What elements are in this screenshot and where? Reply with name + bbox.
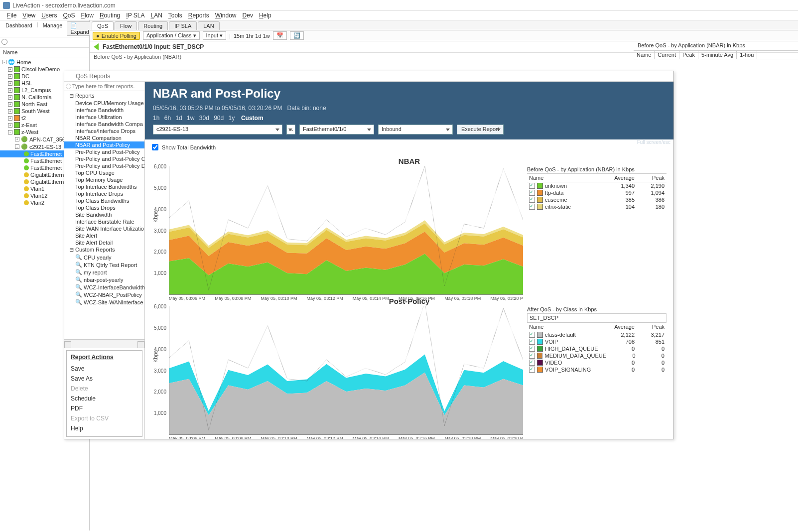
report-item[interactable]: Interface Bandwidth Compa	[64, 121, 144, 128]
device-browse-button[interactable]: ...	[286, 125, 295, 134]
reports-filter-input[interactable]	[64, 82, 144, 91]
home-node[interactable]: Home	[16, 59, 31, 65]
report-item[interactable]: Interface Burstable Rate	[64, 218, 144, 225]
reports-tree[interactable]: ⊟ ReportsDevice CPU/Memory UsageInterfac…	[64, 91, 144, 339]
legend-checkbox[interactable]	[529, 332, 535, 338]
tab-flow[interactable]: Flow	[115, 21, 137, 30]
dashboard-button[interactable]: Dashboard	[2, 21, 36, 36]
tab-qos[interactable]: QoS	[92, 21, 114, 30]
direction-select[interactable]: Inbound	[378, 125, 453, 134]
report-item[interactable]: Pre-Policy and Post-Policy D	[64, 162, 144, 169]
group-node[interactable]: South West	[21, 108, 50, 114]
report-item[interactable]: Device CPU/Memory Usage	[64, 100, 144, 107]
fullscreen-hint[interactable]: Full screen/esc	[637, 139, 670, 145]
report-item[interactable]: Site Alert	[64, 232, 144, 239]
report-item[interactable]: Top Memory Usage	[64, 176, 144, 183]
tab-lan[interactable]: LAN	[198, 21, 219, 30]
manage-button[interactable]: Manage	[39, 21, 66, 36]
menu-routing[interactable]: Routing	[97, 11, 123, 20]
report-item[interactable]: Site WAN Interface Utilizatio	[64, 225, 144, 232]
execute-report-button[interactable]: Execute Report	[457, 125, 504, 134]
reports-filter[interactable]	[64, 82, 144, 91]
interface-node[interactable]: Vlan12	[30, 193, 47, 199]
filter-select[interactable]: Application / Class ▾	[143, 31, 200, 40]
group-node[interactable]: z-West	[21, 129, 38, 135]
custom-root[interactable]: ⊟ Custom Reports	[64, 246, 144, 254]
interface-select[interactable]: FastEthernet0/1/0	[299, 125, 374, 134]
legend-checkbox[interactable]	[529, 190, 535, 196]
legend-row[interactable]: VIDEO00	[527, 359, 666, 366]
range-30d[interactable]: 30d	[199, 115, 209, 122]
legend-row[interactable]: class-default2,1223,217	[527, 331, 666, 338]
legend-checkbox[interactable]	[529, 183, 535, 189]
menu-dev[interactable]: Dev	[240, 11, 256, 20]
custom-report-item[interactable]: 🔍CPU yearly	[64, 254, 144, 261]
group-node[interactable]: z-East	[21, 122, 37, 128]
report-item[interactable]: NBAR and Post-Policy	[64, 141, 144, 148]
search-input[interactable]	[0, 37, 89, 47]
reports-root[interactable]: ⊟ Reports	[64, 92, 144, 100]
legend-row[interactable]: cuseeme385386	[527, 196, 666, 203]
menu-file[interactable]: File	[4, 11, 19, 20]
legend-row[interactable]: HIGH_DATA_QUEUE00	[527, 345, 666, 352]
left-search[interactable]	[0, 37, 89, 48]
group-node[interactable]: CiscoLiveDemo	[21, 66, 60, 72]
report-item[interactable]: Top Interface Bandwidths	[64, 183, 144, 190]
tab-ipsla[interactable]: IP SLA	[169, 21, 197, 30]
legend-checkbox[interactable]	[529, 367, 535, 373]
range-1d[interactable]: 1d	[175, 115, 182, 122]
menu-users[interactable]: Users	[38, 11, 60, 20]
interface-node[interactable]: Vlan2	[30, 200, 44, 206]
sidebar-scrollbar[interactable]	[64, 339, 144, 348]
report-item[interactable]: Site Bandwidth	[64, 211, 144, 218]
back-arrow-icon[interactable]	[94, 43, 99, 50]
action-schedule[interactable]: Schedule	[71, 394, 138, 403]
report-item[interactable]: Site Alert Detail	[64, 239, 144, 246]
legend-row[interactable]: citrix-static104180	[527, 203, 666, 210]
custom-report-item[interactable]: 🔍KTN Qtrly Test Report	[64, 261, 144, 268]
legend-row[interactable]: VOIP708851	[527, 338, 666, 345]
custom-report-item[interactable]: 🔍WCZ-NBAR_PostPolicy	[64, 291, 144, 298]
interface-node[interactable]: GigabitEthern	[30, 179, 64, 185]
range-1y[interactable]: 1y	[229, 115, 235, 122]
group-node[interactable]: L2_Campus	[21, 87, 51, 93]
menu-view[interactable]: View	[19, 11, 38, 20]
custom-report-item[interactable]: 🔍my report	[64, 268, 144, 276]
report-item[interactable]: Top Interface Drops	[64, 190, 144, 197]
action-save[interactable]: Save	[71, 364, 138, 374]
range-buttons[interactable]: 15m 1hr 1d 1w	[234, 33, 270, 39]
legend-checkbox[interactable]	[529, 204, 535, 210]
action-help[interactable]: Help	[71, 423, 138, 433]
menu-help[interactable]: Help	[256, 11, 274, 20]
report-item[interactable]: Pre-Policy and Post-Policy C	[64, 155, 144, 162]
report-item[interactable]: Top CPU Usage	[64, 169, 144, 176]
group-node[interactable]: t2	[21, 115, 26, 121]
interface-node[interactable]: FastEthernet	[30, 151, 62, 157]
menu-qos[interactable]: QoS	[60, 11, 78, 20]
legend-checkbox[interactable]	[529, 353, 535, 359]
report-item[interactable]: Top Class Drops	[64, 204, 144, 211]
action-pdf[interactable]: PDF	[71, 403, 138, 413]
range-1w[interactable]: 1w	[187, 115, 194, 122]
legend-checkbox[interactable]	[529, 197, 535, 203]
action-save-as[interactable]: Save As	[71, 374, 138, 384]
group-node[interactable]: North East	[21, 101, 47, 107]
menu-window[interactable]: Window	[212, 11, 240, 20]
menu-ipsla[interactable]: IP SLA	[123, 11, 147, 20]
legend-checkbox[interactable]	[529, 360, 535, 366]
custom-report-item[interactable]: 🔍WCZ-Site-WANInterface	[64, 298, 144, 306]
range-1h[interactable]: 1h	[153, 115, 159, 122]
device-select[interactable]: c2921-ES-13	[153, 125, 282, 134]
interface-node[interactable]: FastEthernet	[30, 165, 62, 171]
group-node[interactable]: N. California	[21, 94, 52, 100]
range-6h[interactable]: 6h	[164, 115, 171, 122]
legend-row[interactable]: MEDIUM_DATA_QUEUE00	[527, 352, 666, 359]
menu-lan[interactable]: LAN	[147, 11, 165, 20]
tab-routing[interactable]: Routing	[138, 21, 168, 30]
input-select[interactable]: Input ▾	[203, 31, 227, 40]
custom-report-item[interactable]: 🔍nbar-post-yearly	[64, 276, 144, 283]
report-item[interactable]: Interface Bandwidth	[64, 107, 144, 114]
report-item[interactable]: Interface Utilization	[64, 114, 144, 121]
enable-polling-button[interactable]: ● Enable Polling	[93, 32, 140, 40]
menu-tools[interactable]: Tools	[165, 11, 185, 20]
